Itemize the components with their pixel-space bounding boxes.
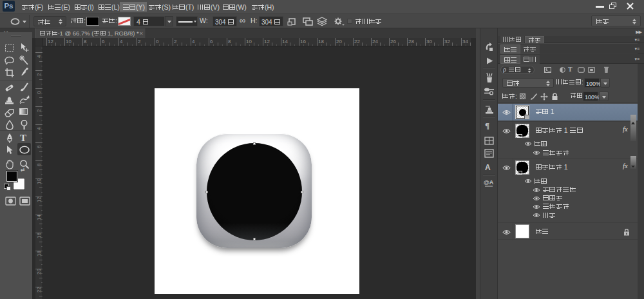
svg-text:@A: @A	[484, 179, 494, 186]
